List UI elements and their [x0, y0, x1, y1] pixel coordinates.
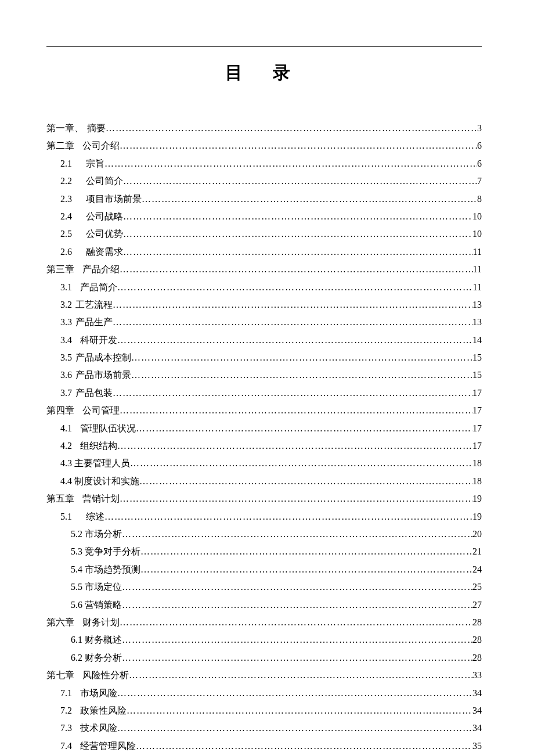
toc-entry-number: 2.3	[60, 190, 72, 208]
toc-entry-page: 28	[472, 614, 482, 631]
toc-leader-dots	[122, 596, 472, 614]
toc-entry-label: 财务分析	[85, 649, 122, 667]
toc-entry: 2.1宗旨6	[46, 155, 482, 172]
toc-entry-label: 市场定位	[85, 578, 122, 596]
toc-entry: 3.1产品简介11	[46, 279, 482, 296]
toc-entry: 7.4经营管理风险35	[46, 737, 482, 755]
toc-leader-dots	[122, 631, 472, 649]
toc-entry-label: 财务概述	[85, 631, 122, 649]
toc-leader-dots	[123, 225, 472, 243]
toc-leader-dots	[120, 402, 472, 419]
toc-entry-label: 营销策略	[85, 596, 122, 614]
toc-leader-dots	[140, 543, 472, 560]
toc-entry-number: 7.2	[60, 702, 72, 719]
toc-leader-dots	[123, 172, 477, 190]
toc-entry: 5.6营销策略27	[46, 596, 482, 614]
toc-entry-label: 竞争对手分析	[85, 543, 140, 560]
toc-entry: 4.4制度设计和实施18	[46, 473, 482, 490]
toc-leader-dots	[117, 685, 472, 702]
toc-entry-page: 10	[472, 208, 482, 225]
toc-entry-number: 第四章	[46, 402, 74, 419]
toc-entry-label: 管理队伍状况	[80, 420, 136, 437]
toc-entry-page: 34	[472, 685, 482, 702]
toc-entry-number: 6.2	[71, 649, 82, 667]
top-rule	[46, 46, 482, 47]
toc-leader-dots	[123, 208, 472, 225]
toc-entry-number: 5.5	[71, 578, 82, 596]
toc-entry-number: 3.2	[60, 296, 72, 314]
toc-entry: 第五章营销计划19	[46, 490, 482, 507]
toc-leader-dots	[106, 120, 477, 137]
toc-entry: 5.5市场定位25	[46, 578, 482, 596]
toc-entry-label: 项目市场前景	[86, 190, 142, 208]
toc-entry-number: 5.3	[71, 543, 82, 560]
toc-leader-dots	[136, 737, 472, 755]
toc-entry-label: 公司优势	[86, 225, 123, 243]
toc-entry-number: 7.1	[60, 685, 72, 702]
toc-entry-number: 5.4	[71, 561, 82, 578]
toc-entry-page: 6	[477, 137, 482, 154]
toc-entry: 4.1管理队伍状况17	[46, 420, 482, 437]
toc-entry-label: 公司管理	[82, 402, 120, 419]
toc-entry-label: 产品包装	[75, 384, 113, 402]
toc-entry-label: 宗旨	[86, 155, 104, 172]
toc-entry-number: 5.2	[71, 525, 82, 543]
toc-entry-page: 24	[472, 561, 482, 578]
toc-entry: 4.2组织结构17	[46, 437, 482, 455]
toc-entry: 4.3主要管理人员18	[46, 455, 482, 472]
toc-leader-dots	[120, 137, 477, 154]
toc-leader-dots	[113, 314, 472, 331]
toc-entry-page: 8	[477, 190, 482, 208]
toc-entry: 2.5公司优势10	[46, 225, 482, 243]
toc-entry: 第二章公司介绍6	[46, 137, 482, 154]
toc-entry-page: 33	[472, 667, 482, 684]
toc-entry-label: 市场风险	[80, 685, 117, 702]
toc-entry-number: 2.5	[60, 225, 72, 243]
toc-entry-page: 17	[472, 420, 482, 437]
toc-entry-number: 7.3	[60, 719, 72, 737]
toc-entry: 2.2公司简介7	[46, 172, 482, 190]
toc-entry-number: 3.1	[60, 279, 72, 296]
toc-entry-label: 产品生产	[75, 314, 113, 331]
toc-entry: 2.4公司战略10	[46, 208, 482, 225]
toc-entry-number: 第一章、	[46, 120, 84, 137]
toc-entry-page: 11	[473, 261, 482, 278]
toc-entry-page: 34	[472, 719, 482, 737]
toc-leader-dots	[131, 366, 472, 384]
toc-leader-dots	[122, 649, 472, 667]
toc-entry-number: 第三章	[46, 261, 74, 278]
toc-entry-page: 15	[472, 349, 482, 366]
toc-entry-label: 财务计划	[82, 614, 120, 631]
toc-entry-page: 18	[472, 455, 482, 472]
toc-entry-number: 5.6	[71, 596, 82, 614]
toc-entry-number: 5.1	[60, 508, 72, 525]
toc-entry-number: 4.4	[60, 473, 72, 490]
toc-entry-page: 11	[473, 279, 482, 296]
toc-leader-dots	[117, 719, 472, 737]
toc-leader-dots	[139, 473, 472, 490]
table-of-contents: 第一章、摘要3第二章公司介绍62.1宗旨62.2公司简介72.3项目市场前景82…	[46, 120, 482, 756]
toc-leader-dots	[120, 614, 472, 631]
toc-entry-page: 10	[472, 225, 482, 243]
toc-entry-label: 融资需求	[86, 243, 123, 261]
toc-entry-page: 35	[472, 737, 482, 755]
toc-entry-label: 工艺流程	[75, 296, 113, 314]
toc-entry: 3.2工艺流程13	[46, 296, 482, 314]
toc-entry-number: 3.7	[60, 384, 72, 402]
toc-entry-number: 3.5	[60, 349, 72, 366]
toc-entry: 第七章风险性分析33	[46, 667, 482, 684]
toc-entry-number: 第五章	[46, 490, 74, 507]
toc-entry-label: 产品介绍	[82, 261, 120, 278]
toc-entry-page: 13	[472, 296, 482, 314]
toc-entry-page: 28	[472, 631, 482, 649]
toc-entry-page: 3	[477, 120, 482, 137]
toc-entry-label: 营销计划	[82, 490, 120, 507]
toc-entry-label: 摘要	[87, 120, 106, 137]
toc-entry-page: 28	[472, 649, 482, 667]
toc-entry: 5.3竞争对手分析21	[46, 543, 482, 560]
toc-entry-number: 3.3	[60, 314, 72, 331]
toc-leader-dots	[117, 332, 472, 349]
toc-entry-page: 21	[472, 543, 482, 560]
toc-entry-label: 主要管理人员	[74, 455, 130, 472]
toc-leader-dots	[113, 384, 472, 402]
